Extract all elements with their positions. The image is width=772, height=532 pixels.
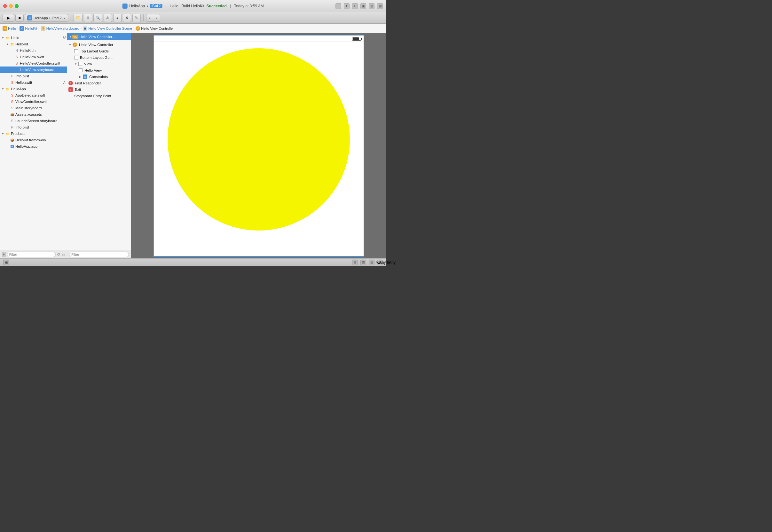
file-nav-filter-input[interactable] (7, 252, 56, 257)
view-disclosure-outline[interactable] (74, 62, 77, 66)
outline-bottom-layout[interactable]: Bottom Layout Gu... (67, 54, 131, 61)
match-icon[interactable]: ☷ (62, 252, 65, 257)
warning-icon: ⚠ (106, 16, 109, 20)
nav-hellovc-swift[interactable]: S HelloViewController.swift (0, 60, 67, 67)
nav-helloapp[interactable]: 📁 HelloApp (0, 86, 67, 92)
outline-exit[interactable]: E Exit (67, 86, 131, 93)
run-button[interactable]: ▶ (3, 14, 14, 22)
outline-constraints[interactable]: C Constraints (67, 74, 131, 80)
outline-entry-point[interactable]: → Storyboard Entry Point (67, 93, 131, 99)
grid-view-icon[interactable]: ⊞ (352, 260, 358, 265)
bc-sep3: › (81, 27, 82, 30)
nav-main-storyboard[interactable]: S Main.storyboard (0, 105, 67, 111)
outline-vc[interactable]: V Hello View Controller (67, 42, 131, 48)
nav-info-plist[interactable]: P Info.plist (0, 73, 67, 79)
device-selector[interactable]: ☰ HelloApp › iPad 2 ⌄ (25, 14, 68, 22)
device-icon: › (147, 4, 148, 8)
inspector-icon[interactable]: ▥ (377, 3, 383, 9)
nav-hellokit-framework[interactable]: 📦 HelloKit.framework (0, 137, 67, 143)
nav-helloapp-app[interactable]: 🅰 HelloApp.app (0, 143, 67, 150)
helloapp-disclosure[interactable] (1, 87, 4, 90)
bc-vc-icon: V (136, 26, 140, 31)
nav-helloview-swift[interactable]: S HelloView.swift (0, 54, 67, 60)
sidebar-toggle-icon[interactable]: ☰ (335, 3, 341, 9)
hellovc-swift-disclosure (10, 62, 13, 65)
warning-button[interactable]: ⚠ (104, 14, 112, 22)
bottom-center: wAny hAny (376, 260, 386, 265)
device-content[interactable] (154, 42, 364, 256)
refresh-icon[interactable]: ↩ (352, 3, 358, 9)
bc-vc: V Hello View Controller (136, 26, 174, 31)
title-sep2: | (230, 4, 231, 8)
split-view-icon[interactable]: ▣ (360, 3, 366, 9)
hello-disclosure[interactable] (1, 36, 4, 39)
bc-storyboard[interactable]: S HelloView.storyboard (41, 26, 79, 31)
outline-hello-view[interactable]: Hello View (67, 67, 131, 74)
toggle-panel-icon[interactable]: ▣ (3, 260, 9, 265)
hello-label: Hello (11, 36, 19, 40)
nav-add-button[interactable]: + (2, 252, 6, 257)
nav-hellokit-h[interactable]: H HelloKit.h (0, 47, 67, 54)
outline-header-disclosure[interactable] (69, 35, 72, 38)
helloview-swift-disclosure (10, 55, 13, 59)
nav-hello-root[interactable]: 📁 Hello M (0, 35, 67, 41)
main-storyboard-label: Main.storyboard (15, 106, 42, 110)
editor-options-button[interactable]: ⊞ (84, 14, 92, 22)
bookmark-button[interactable]: ♦ (113, 14, 122, 22)
constraints-disclosure[interactable] (79, 75, 82, 78)
nav-hello-swift[interactable]: S Hello.swift A (0, 79, 67, 86)
viewcontroller-label: ViewController.swift (15, 100, 47, 104)
nav-products[interactable]: 📁 Products (0, 130, 67, 137)
bc-hellokit[interactable]: K HelloKit (20, 26, 37, 31)
nav-hellokit[interactable]: 📁 HelloKit (0, 41, 67, 47)
bc-hello[interactable]: H Hello (3, 26, 16, 31)
inspector-right-icon[interactable]: ▤ (369, 260, 374, 265)
bc-scene[interactable]: ▣ Hello View Controller Scene (83, 26, 132, 31)
list-view-icon[interactable]: ☰ (360, 260, 366, 265)
build-status: Succeeded (207, 4, 227, 8)
hellokit-label: HelloKit (15, 42, 28, 46)
outline-view[interactable]: View (67, 61, 131, 67)
share-icon[interactable]: ⬆ (344, 3, 350, 9)
scheme-name: HelloApp (34, 16, 48, 20)
nav-helloview-storyboard[interactable]: S HelloView.storyboard (0, 67, 67, 73)
recent-icon[interactable]: ⏱ (57, 252, 60, 257)
nav-info-plist2[interactable]: P Info.plist (0, 124, 67, 130)
bc-scene-icon: ▣ (83, 26, 87, 31)
launchscreen-label: LaunchScreen.storyboard (15, 119, 58, 123)
outline-first-responder[interactable]: F First Responder (67, 80, 131, 86)
nav-assets[interactable]: 📦 Assets.xcassets (0, 111, 67, 118)
nav-launchscreen[interactable]: S LaunchScreen.storyboard (0, 118, 67, 124)
nav-viewcontroller[interactable]: S ViewController.swift (0, 98, 67, 105)
top-layout-label: Top Layout Guide (80, 49, 109, 53)
plist-file-icon: P (10, 74, 14, 78)
maximize-button[interactable] (15, 4, 19, 8)
traffic-lights[interactable] (3, 4, 19, 8)
stop-button[interactable]: ■ (15, 14, 24, 22)
app-name: HelloApp (129, 4, 145, 8)
nav-appdelegate[interactable]: S AppDelegate.swift (0, 92, 67, 98)
nav-back-fwd[interactable]: ‹ › (146, 14, 160, 22)
annotate-button[interactable]: ✎ (132, 14, 141, 22)
panel-icon[interactable]: ▤ (369, 3, 374, 9)
close-button[interactable] (3, 4, 7, 8)
minimize-button[interactable] (9, 4, 13, 8)
build-time: Today at 3:59 AM (234, 4, 264, 8)
products-disclosure[interactable] (1, 132, 4, 135)
file-nav-filter-bar: + ⏱ ☷ (0, 250, 67, 258)
share-button[interactable]: ⊠ (123, 14, 131, 22)
info-plist2-disclosure (6, 126, 9, 129)
search-button[interactable]: 🔍 (93, 14, 102, 22)
nav-back-button[interactable]: ‹ (146, 14, 153, 22)
view-label-outline: View (84, 62, 92, 66)
add-file-button[interactable]: 📁 (74, 14, 83, 22)
vc-disclosure-outline[interactable] (68, 43, 72, 46)
main-sb-icon: S (10, 106, 14, 110)
bottom-layout-icon (74, 56, 78, 59)
nav-forward-button[interactable]: › (153, 14, 160, 22)
hellokit-disclosure[interactable] (6, 43, 9, 46)
toolbar-sep2 (143, 14, 144, 21)
outline-top-layout[interactable]: Top Layout Guide (67, 48, 131, 54)
view-icon-outline (78, 62, 82, 66)
outline-filter-input[interactable] (69, 252, 129, 257)
